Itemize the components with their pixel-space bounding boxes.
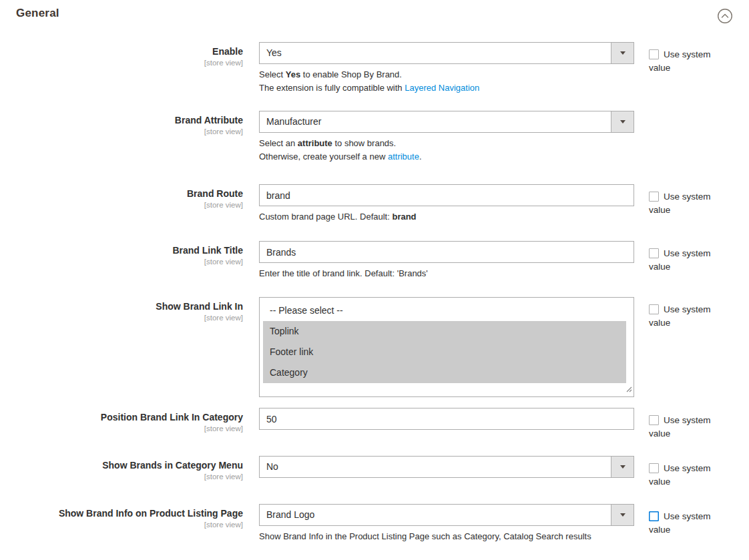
show-brand-info-label: Show Brand Info on Product Listing Page [16, 508, 243, 519]
panel-header: General [16, 7, 736, 20]
show-brand-info-note: Show Brand Info in the Product Listing P… [259, 530, 634, 543]
brand-route-input[interactable] [259, 184, 634, 206]
show-brand-link-in-use-system-checkbox[interactable] [649, 304, 659, 314]
general-config-panel: General Enable [store view] Yes Select Y… [0, 0, 749, 543]
brand-link-title-input[interactable] [259, 241, 634, 263]
position-brand-link-label: Position Brand Link In Category [16, 412, 243, 423]
enable-select-value: Yes [266, 47, 282, 58]
brand-attribute-select-value: Manufacturer [266, 116, 321, 127]
show-brand-info-scope: [store view] [16, 520, 243, 530]
show-brand-info-use-system-checkbox[interactable] [649, 511, 659, 521]
brand-route-use-system-checkbox[interactable] [649, 192, 659, 202]
position-brand-link-use-system-checkbox[interactable] [649, 415, 659, 425]
brand-attribute-label: Brand Attribute [16, 115, 243, 126]
show-brands-category-menu-use-system-checkbox[interactable] [649, 463, 659, 473]
field-row-position-brand-link-in-category: Position Brand Link In Category [store v… [16, 408, 736, 441]
position-brand-link-input[interactable] [259, 408, 634, 430]
brand-route-scope: [store view] [16, 200, 243, 210]
field-row-brand-route: Brand Route [store view] Custom brand pa… [16, 184, 736, 224]
brand-route-label: Brand Route [16, 188, 243, 200]
show-brand-info-select-value: Brand Logo [266, 509, 314, 520]
brand-attribute-scope: [store view] [16, 127, 243, 137]
show-brands-category-menu-label: Show Brands in Category Menu [16, 460, 243, 471]
attribute-link[interactable]: attribute [388, 152, 419, 162]
caret-down-icon[interactable] [611, 457, 634, 477]
show-brands-category-menu-select[interactable]: No [259, 456, 634, 478]
field-row-show-brand-info-on-product-listing-page: Show Brand Info on Product Listing Page … [16, 504, 736, 543]
brand-link-title-note: Enter the title of brand link. Default: … [259, 267, 634, 280]
brand-attribute-note: Select an attribute to show brands. Othe… [259, 137, 634, 164]
caret-down-icon[interactable] [611, 505, 634, 525]
enable-note: Select Yes to enable Shop By Brand. The … [259, 68, 634, 95]
show-brand-info-select[interactable]: Brand Logo [259, 504, 634, 526]
field-row-brand-attribute: Brand Attribute [store view] Manufacture… [16, 111, 736, 164]
field-row-show-brands-in-category-menu: Show Brands in Category Menu [store view… [16, 456, 736, 489]
enable-scope: [store view] [16, 58, 243, 68]
position-brand-link-scope: [store view] [16, 424, 243, 434]
show-brands-category-menu-scope: [store view] [16, 472, 243, 482]
chevron-up-circle-icon [717, 16, 733, 26]
enable-label: Enable [16, 46, 243, 57]
layered-navigation-link[interactable]: Layered Navigation [405, 83, 479, 93]
multiselect-option-footer-link[interactable]: Footer link [263, 342, 626, 362]
caret-down-icon[interactable] [611, 43, 634, 63]
caret-down-icon[interactable] [611, 111, 634, 132]
field-row-brand-link-title: Brand Link Title [store view] Enter the … [16, 241, 736, 280]
brand-route-note: Custom brand page URL. Default: brand [259, 210, 634, 224]
enable-use-system-checkbox[interactable] [649, 49, 659, 59]
brand-link-title-label: Brand Link Title [16, 245, 243, 256]
field-row-show-brand-link-in: Show Brand Link In [store view] -- Pleas… [16, 297, 736, 397]
section-title: General [16, 7, 59, 19]
brand-link-title-use-system-checkbox[interactable] [649, 248, 659, 258]
show-brand-link-in-multiselect[interactable]: -- Please select -- Toplink Footer link … [259, 297, 634, 397]
show-brands-category-menu-select-value: No [266, 461, 278, 472]
brand-attribute-select[interactable]: Manufacturer [259, 111, 634, 133]
field-row-enable: Enable [store view] Yes Select Yes to en… [16, 42, 736, 95]
brand-link-title-scope: [store view] [16, 257, 243, 267]
show-brand-link-in-label: Show Brand Link In [16, 301, 243, 312]
show-brand-link-in-scope: [store view] [16, 313, 243, 323]
enable-select[interactable]: Yes [259, 42, 634, 64]
multiselect-option-category[interactable]: Category [263, 362, 626, 383]
multiselect-option-please-select[interactable]: -- Please select -- [263, 300, 626, 321]
resize-grip-icon[interactable] [626, 383, 632, 395]
multiselect-option-toplink[interactable]: Toplink [263, 321, 626, 342]
section-collapse-button[interactable] [717, 8, 733, 24]
